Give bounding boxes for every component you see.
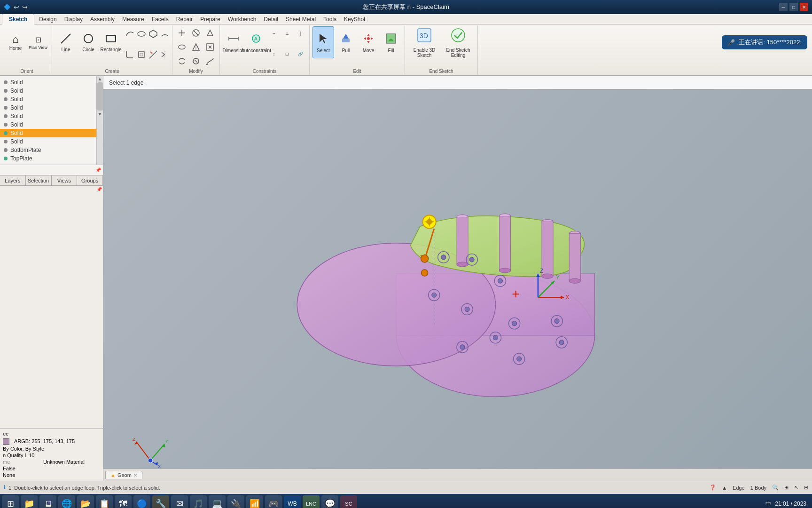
line-button[interactable]: Line (55, 26, 77, 58)
close-button[interactable]: ✕ (800, 3, 808, 11)
tab-selection[interactable]: Selection (26, 175, 52, 185)
geom-tab[interactable]: ▲ Geom ✕ (105, 471, 142, 479)
tree-item-solid-5[interactable]: Solid (0, 112, 96, 120)
c-btn-6[interactable]: 🔗 (294, 48, 306, 60)
constraints-tools: Dimension A Autoconstraint ↔ ⊥ ∥ (223, 26, 306, 68)
c-btn-4[interactable]: ↕ (268, 48, 280, 60)
notes-btn[interactable]: 📋 (96, 495, 113, 508)
viewport[interactable]: Select 1 edge (103, 76, 812, 481)
viewport-canvas[interactable]: X Y Z (103, 89, 812, 481)
c-btn-5[interactable]: ⊡ (281, 48, 293, 60)
c-btn-1[interactable]: ↔ (268, 27, 280, 40)
menu-sketch[interactable]: Sketch (2, 14, 34, 25)
plan-view-button[interactable]: ⊡ Plan View (27, 26, 49, 58)
menu-workbench[interactable]: Workbench (224, 15, 260, 24)
tree-item-solid-1[interactable]: Solid (0, 78, 96, 87)
menu-measure[interactable]: Measure (118, 15, 148, 24)
circle-button[interactable]: Circle (78, 26, 99, 58)
menu-tools[interactable]: Tools (320, 15, 340, 24)
mod-btn-5[interactable] (189, 40, 203, 54)
menu-assembly[interactable]: Assembly (86, 15, 118, 24)
tab-groups[interactable]: Groups (77, 175, 103, 185)
tree-item-solid-8[interactable]: Solid (0, 137, 96, 146)
laptop-btn[interactable]: 💻 (209, 495, 226, 508)
rectangle-button[interactable]: Rectangle (100, 26, 122, 58)
menu-facets[interactable]: Facets (148, 15, 172, 24)
power-btn[interactable]: 🔌 (227, 495, 244, 508)
redo-icon[interactable]: ↪ (22, 3, 28, 11)
move-icon (362, 32, 375, 47)
select-button[interactable]: Select (312, 26, 334, 58)
tab-views[interactable]: Views (52, 175, 78, 185)
map-btn[interactable]: 🗺 (115, 495, 132, 508)
mod-btn-8[interactable] (189, 55, 203, 68)
enable-3d-sketch-button[interactable]: 3D Enable 3DSketch (408, 26, 441, 58)
monitor-btn[interactable]: 🖥 (39, 495, 56, 508)
workbench-btn[interactable]: 🔵 (133, 495, 150, 508)
dimension-button[interactable]: Dimension (223, 26, 244, 58)
end-sketch-button[interactable]: End SketchEditing (442, 26, 475, 58)
tree-item-solid-7[interactable]: Solid (0, 129, 96, 137)
chat-btn[interactable]: 💬 (321, 495, 338, 508)
panel-pin-icon[interactable]: 📌 (95, 167, 101, 173)
tree-item-top-plate[interactable]: TopPlate (0, 154, 96, 163)
arc-btn[interactable] (158, 27, 172, 40)
scroll-down[interactable]: ▼ (97, 111, 103, 117)
tree-item-solid-2[interactable]: Solid (0, 87, 96, 95)
panel-content-pin[interactable]: 📌 (96, 187, 102, 192)
menu-sheet-metal[interactable]: Sheet Metal (282, 15, 320, 24)
mod-btn-3[interactable] (203, 26, 217, 40)
signal-btn[interactable]: 📶 (246, 495, 263, 508)
start-button[interactable]: ⊞ (2, 495, 19, 508)
tree-item-solid-6[interactable]: Solid (0, 120, 96, 129)
c-btn-2[interactable]: ⊥ (281, 27, 293, 40)
undo-icon[interactable]: ↩ (14, 3, 19, 11)
tool-btn[interactable]: 🔧 (152, 495, 169, 508)
menu-keyshot[interactable]: KeyShot (340, 15, 369, 24)
menu-prepare[interactable]: Prepare (196, 15, 224, 24)
game-btn[interactable]: 🎮 (265, 495, 282, 508)
mod-btn-4[interactable] (175, 40, 188, 54)
scroll-thumb[interactable] (97, 82, 103, 111)
file-explorer-btn[interactable]: 📁 (21, 495, 38, 508)
tree-item-solid-3[interactable]: Solid (0, 95, 96, 103)
geom-tab-close[interactable]: ✕ (133, 473, 137, 478)
folder-btn[interactable]: 📂 (77, 495, 94, 508)
mod-btn-2[interactable] (189, 26, 203, 40)
music-btn[interactable]: 🎵 (190, 495, 207, 508)
lang-icon[interactable]: 中 (765, 500, 771, 508)
fill-button[interactable]: Fill (380, 26, 402, 58)
browser-btn[interactable]: 🌐 (58, 495, 75, 508)
hint-icon: ℹ (4, 484, 6, 491)
menu-repair[interactable]: Repair (172, 15, 196, 24)
mod-btn-6[interactable] (203, 40, 217, 54)
menu-detail[interactable]: Detail (260, 15, 282, 24)
mod-btn-9[interactable] (203, 55, 217, 68)
scroll-up[interactable]: ▲ (97, 76, 103, 81)
tree-dot-2 (4, 89, 8, 93)
sc-btn[interactable]: SC (340, 495, 357, 508)
lnc-btn[interactable]: LNC (303, 495, 320, 508)
tab-layers[interactable]: Layers (0, 175, 26, 185)
status-help-icon[interactable]: ❓ (710, 484, 716, 491)
tree-dot-10 (4, 157, 8, 160)
tree-item-solid-4[interactable]: Solid (0, 103, 96, 112)
menu-design[interactable]: Design (35, 15, 60, 24)
tree-item-bottom-plate[interactable]: BottomPlate (0, 146, 96, 154)
autoconstraint-button[interactable]: A Autoconstraint (245, 26, 267, 58)
pull-button[interactable]: Pull (335, 26, 357, 58)
mail-btn[interactable]: ✉ (171, 495, 188, 508)
zoom-icon[interactable]: 🔍 (772, 484, 779, 491)
mirror-btn[interactable] (158, 48, 172, 61)
zoom-expand-icon[interactable]: ⊞ (784, 484, 789, 491)
move-button[interactable]: Move (358, 26, 379, 58)
c-btn-3[interactable]: ∥ (294, 27, 306, 40)
menu-display[interactable]: Display (61, 15, 86, 24)
wb-btn[interactable]: WB (284, 495, 301, 508)
mod-btn-7[interactable] (175, 55, 188, 68)
maximize-button[interactable]: □ (789, 3, 798, 11)
mod-btn-1[interactable] (175, 26, 188, 40)
home-button[interactable]: ⌂ Home (5, 26, 26, 58)
tree-scrollbar[interactable]: ▲ ▼ (96, 76, 103, 165)
minimize-button[interactable]: ─ (779, 3, 788, 11)
